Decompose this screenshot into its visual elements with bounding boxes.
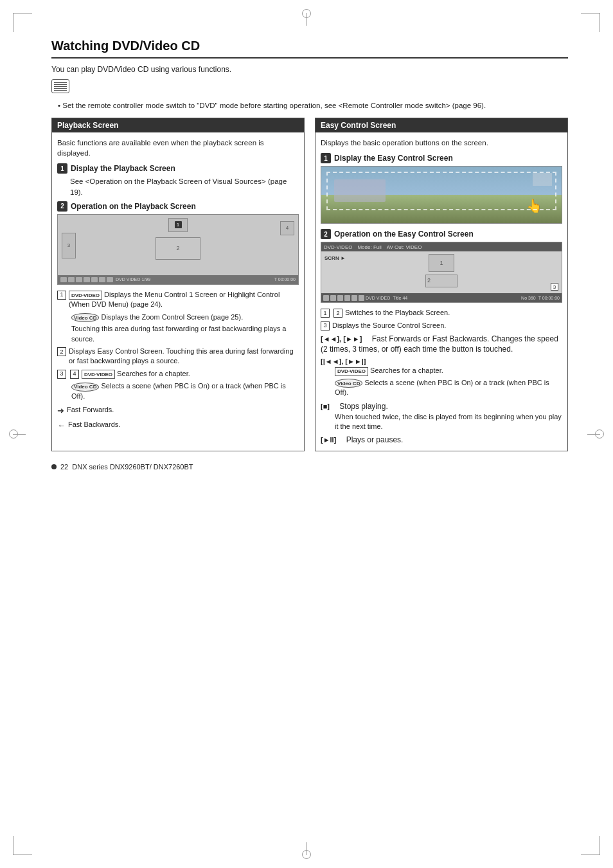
easy-step1-title: Display the Easy Control Screen: [334, 154, 453, 163]
desc-1-vcd: Video CD Displays the Zoom Control Scree…: [71, 312, 299, 323]
pb-btn-7: [107, 277, 113, 282]
crop-mark-bl: [13, 836, 32, 855]
ec-desc-3-text: Displays the Source Control Screen.: [332, 321, 446, 330]
desc-item-2: 2 Displays Easy Control Screen. Touching…: [57, 347, 299, 366]
ec-btn-4: [344, 295, 350, 301]
circle-left: [9, 429, 18, 439]
ec-status-title: Title 44: [393, 296, 408, 300]
ec-btn-1: [323, 295, 329, 301]
ec-scrn-label: SCRN ►: [324, 255, 346, 261]
page-subtitle: You can play DVD/Video CD using various …: [51, 65, 568, 74]
footer-dot: [51, 464, 57, 469]
circle-top: [302, 9, 311, 18]
ec-status-dvd: DVD VIDEO: [366, 296, 391, 300]
ec-desc-1-text: Switches to the Playback Screen.: [345, 308, 450, 318]
ec-badge-1: 1: [321, 309, 330, 318]
ec-key-combo-step: [|◄◄], [►►|]: [321, 357, 366, 365]
desc-2-text: Displays Easy Control Screen. Touching t…: [69, 347, 299, 366]
easy-control-desc: Displays the basic operation buttons on …: [321, 138, 562, 148]
ec-top-bar: DVD-VIDEO Mode: Full AV Out: VIDEO: [321, 242, 562, 251]
note-text: • Set the remote controller mode switch …: [58, 100, 568, 111]
arrow-forward: ➜ Fast Forwards.: [57, 405, 299, 417]
badge-1: 1: [57, 291, 66, 300]
desc-item-1: 1 DVD·VIDEO Displays the Menu Control 1 …: [57, 290, 299, 310]
arrow-right-icon: ➜: [57, 405, 64, 417]
easy-control-bottom-image: DVD-VIDEO Mode: Full AV Out: VIDEO SCRN …: [321, 242, 562, 303]
ec-control-area-2: 2: [425, 275, 458, 287]
ec-key-ff-fb: [◄◄], [►►] Fast Forwards or Fast Backwar…: [321, 334, 562, 354]
crop-mark-tl: [13, 13, 32, 32]
circle-bottom: [302, 850, 311, 859]
easy-control-screen-header: Easy Control Screen: [315, 118, 567, 132]
pb-btn-5: [91, 277, 98, 282]
page-footer: 22 DNX series DNX9260BT/ DNX7260BT: [51, 463, 568, 471]
pb-btn-4: [84, 277, 90, 282]
ec-btn-6: [359, 295, 364, 301]
ec-btn-2: [330, 295, 336, 301]
ec-key-play: [►II] Plays or pauses.: [321, 435, 562, 446]
series-label: DNX series DNX9260BT/ DNX7260BT: [72, 463, 193, 471]
ec-area1-badge: 1: [440, 260, 443, 266]
easy-control-screen-column: Easy Control Screen Displays the basic o…: [315, 118, 568, 451]
ec-key-play-text: Plays or pauses.: [339, 435, 404, 444]
ec-key-step: [|◄◄], [►►|]: [321, 357, 562, 366]
ec-badge-2: 2: [333, 309, 342, 318]
easy-control-top-image: 👆: [321, 166, 562, 224]
easy-step2-title: Operation on the Easy Control Screen: [334, 230, 474, 239]
brand-vcd-1: Video CD: [71, 313, 99, 322]
step1-num: 1: [57, 163, 67, 174]
page-number: 22: [60, 463, 68, 471]
ec-badge-3-desc: 3: [321, 321, 330, 330]
desc-3-vcd: Video CD Selects a scene (when PBC is On…: [71, 381, 299, 401]
pb-btn-3: [76, 277, 82, 282]
ec-brand-dvd: DVD·VIDEO: [335, 367, 368, 376]
pb-btn-1: [60, 277, 67, 282]
badge-2: 2: [57, 347, 66, 356]
two-column-layout: Playback Screen Basic functions are avai…: [51, 118, 568, 451]
playback-screen-image: 1 4 3 2: [57, 214, 299, 285]
pb-btn-6: [99, 277, 105, 282]
ec-btn-3: [337, 295, 343, 301]
ec-key-step-dvd: DVD·VIDEO Searches for a chapter.: [335, 366, 562, 376]
ec-key-step-vcd: Video CD Selects a scene (when PBC is On…: [335, 378, 562, 398]
easy-step1-num: 1: [321, 153, 331, 163]
arrow-left-icon: ←: [57, 420, 66, 431]
ec-control-area-1: 1: [429, 254, 454, 272]
remote-controller-icon: [51, 79, 69, 93]
step2-num: 2: [57, 201, 67, 212]
arrow-backward-label: Fast Backwards.: [68, 420, 120, 429]
badge-4: 4: [70, 370, 79, 379]
pb-btn-2: [68, 277, 75, 282]
desc-3-text1: Searches for a chapter.: [117, 370, 190, 377]
brand-dvd-2: DVD·VIDEO: [82, 370, 115, 379]
ec-status-time: T 00:00:00: [538, 296, 560, 300]
ec-key-combo-stop: [■]: [321, 402, 330, 410]
playback-desc: Basic functions are available even when …: [57, 138, 299, 158]
arrow-forward-label: Fast Forwards.: [67, 405, 114, 415]
easy-step2-num: 2: [321, 229, 331, 239]
brand-vcd-2: Video CD: [71, 383, 99, 392]
ec-status-no: No 360: [521, 296, 536, 300]
ec-desc-item-12: 1 2 Switches to the Playback Screen.: [321, 308, 562, 318]
ec-bottom-bar: DVD VIDEO Title 44 No 360 T 00:00:00: [321, 293, 562, 302]
arrow-backward: ← Fast Backwards.: [57, 420, 299, 431]
ec-key-stop-text2: When touched twice, the disc is played f…: [335, 412, 562, 432]
ec-badge-3: 3: [551, 283, 558, 291]
desc-item-3: 3 4 DVD·VIDEO Searches for a chapter.: [57, 369, 299, 379]
ec-desc-item-3: 3 Displays the Source Control Screen.: [321, 321, 562, 330]
playback-step1-header: 1 Display the Playback Screen: [57, 163, 299, 174]
ec-btn-5: [351, 295, 357, 301]
easy-step2-header: 2 Operation on the Easy Control Screen: [321, 229, 562, 239]
desc-3-text2: Selects a scene (when PBC is On) or a tr…: [71, 382, 286, 400]
crop-mark-br: [581, 836, 600, 855]
ec-key-combo-ff: [◄◄], [►►]: [321, 335, 362, 343]
ec-key-stop: [■] Stops playing.: [321, 401, 562, 412]
pb-area-2: 2: [155, 237, 200, 260]
ec-key-combo-play: [►II]: [321, 436, 336, 444]
circle-right: [595, 429, 604, 439]
pb-bottom-bar: DVD VIDEO 1/99 T 00:00:00: [58, 275, 298, 284]
playback-screen-column: Playback Screen Basic functions are avai…: [51, 118, 305, 451]
pb-area-3: 3: [62, 233, 76, 258]
page-title: Watching DVD/Video CD: [51, 39, 200, 53]
ec-brand-vcd: Video CD: [335, 379, 362, 388]
